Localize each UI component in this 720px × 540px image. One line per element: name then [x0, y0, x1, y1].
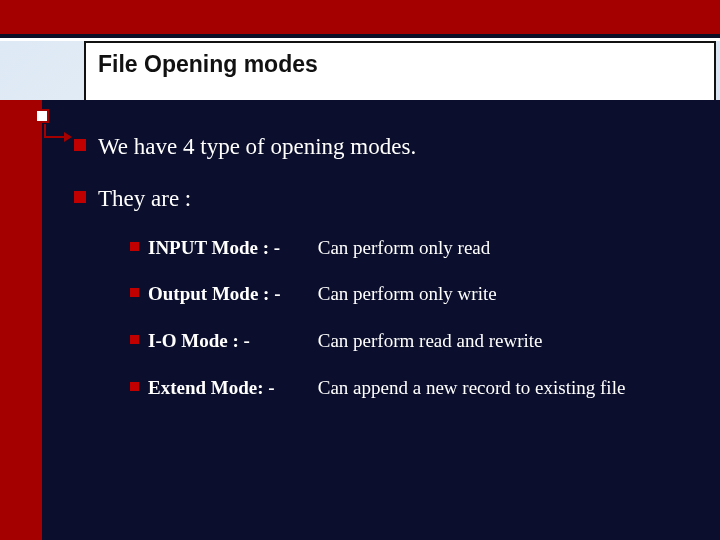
mode-desc: Can append a new record to existing file — [318, 376, 626, 401]
bullet-point-1: We have 4 type of opening modes. — [74, 132, 712, 162]
bullet-point-2-text: They are : — [98, 186, 191, 211]
decorative-arrow-icon — [44, 124, 74, 138]
mode-desc: Can perform read and rewrite — [318, 329, 543, 354]
square-bullet-icon — [130, 288, 139, 297]
mode-item: INPUT Mode : - Can perform only read — [130, 236, 712, 261]
mode-item: I-O Mode : - Can perform read and rewrit… — [130, 329, 712, 354]
content-area: We have 4 type of opening modes. They ar… — [74, 132, 712, 532]
mode-list: INPUT Mode : - Can perform only read Out… — [130, 236, 712, 401]
mode-item: Output Mode : - Can perform only write — [130, 282, 712, 307]
mode-label: Extend Mode: - — [148, 376, 313, 401]
decorative-square-icon — [35, 109, 49, 123]
square-bullet-icon — [130, 335, 139, 344]
left-red-rail — [0, 100, 42, 540]
square-bullet-icon — [74, 139, 86, 151]
title-bar: File Opening modes — [84, 41, 716, 103]
mode-desc: Can perform only write — [318, 282, 497, 307]
square-bullet-icon — [130, 242, 139, 251]
mode-label: I-O Mode : - — [148, 329, 313, 354]
slide: File Opening modes We have 4 type of ope… — [0, 0, 720, 540]
slide-title: File Opening modes — [98, 51, 318, 78]
square-bullet-icon — [74, 191, 86, 203]
bullet-point-2: They are : INPUT Mode : - Can perform on… — [74, 184, 712, 401]
mode-label: Output Mode : - — [148, 282, 313, 307]
bullet-point-1-text: We have 4 type of opening modes. — [98, 134, 416, 159]
mode-label: INPUT Mode : - — [148, 236, 313, 261]
mode-desc: Can perform only read — [318, 236, 491, 261]
mode-item: Extend Mode: - Can append a new record t… — [130, 376, 712, 401]
top-red-band — [0, 0, 720, 34]
square-bullet-icon — [130, 382, 139, 391]
